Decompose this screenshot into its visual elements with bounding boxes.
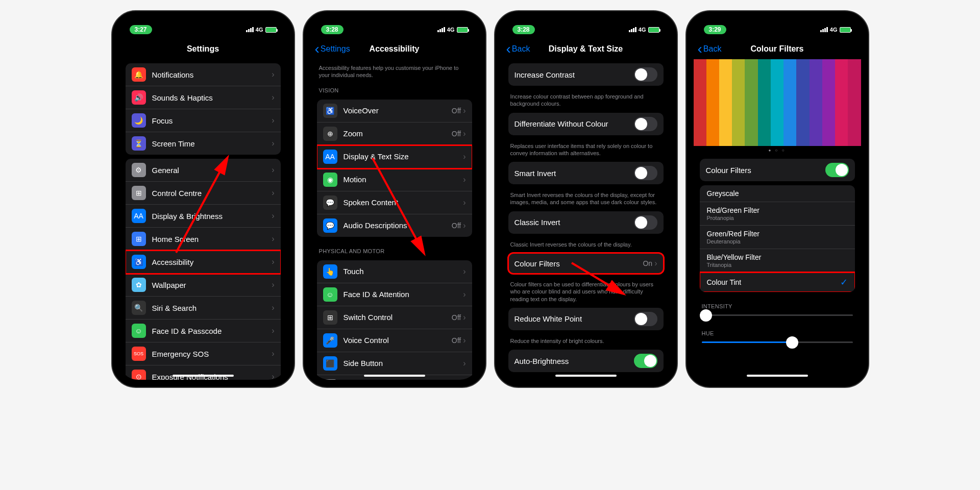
accessibility-row-spoken-content[interactable]: 💬Spoken Content› <box>317 191 472 214</box>
display-row-colour-filters[interactable]: Colour FiltersOn› <box>508 253 664 274</box>
pencil <box>783 59 796 146</box>
row-value: Off <box>452 107 461 115</box>
settings-row-wallpaper[interactable]: ✿Wallpaper› <box>126 274 281 297</box>
pencil <box>771 59 783 146</box>
colour-filters-toggle-row[interactable]: Colour Filters <box>700 159 855 181</box>
display-row-auto-brightness[interactable]: Auto-Brightness <box>508 350 664 372</box>
accessibility-row-motion[interactable]: ◉Motion› <box>317 168 472 191</box>
time-pill: 3:28 <box>321 25 344 34</box>
display-row-increase-contrast[interactable]: Increase Contrast <box>508 63 664 86</box>
accessibility-row-switch-control[interactable]: ⊞Switch ControlOff› <box>317 306 472 329</box>
row-icon: 🔍 <box>132 301 146 315</box>
row-label: Home Screen <box>152 235 272 243</box>
row-label: Sounds & Haptics <box>152 93 272 102</box>
row-description: Turning off auto-brightness may affect b… <box>502 376 670 380</box>
settings-row-general[interactable]: ⚙General› <box>126 159 281 182</box>
settings-row-sounds-haptics[interactable]: 🔊Sounds & Haptics› <box>126 86 281 109</box>
display-row-classic-invert[interactable]: Classic Invert <box>508 211 664 234</box>
accessibility-row-side-button[interactable]: ⬛Side Button› <box>317 352 472 375</box>
notch <box>165 11 241 24</box>
row-label: Audio Descriptions <box>344 221 452 230</box>
toggle-switch[interactable] <box>634 215 657 230</box>
row-label: Colour Filters <box>706 166 825 175</box>
back-button[interactable]: Settings <box>315 44 350 54</box>
slider-hue[interactable] <box>702 341 853 343</box>
phone-1-settings: 3:27 4G Settings 🔔Notifications›🔊Sounds … <box>111 10 295 388</box>
settings-row-focus[interactable]: 🌙Focus› <box>126 109 281 132</box>
row-label: General <box>152 166 272 175</box>
battery-icon <box>840 27 851 33</box>
network-label: 4G <box>447 27 455 33</box>
chevron-icon: › <box>463 313 465 322</box>
home-indicator[interactable] <box>364 375 425 377</box>
chevron-icon: › <box>463 290 465 299</box>
row-icon: 💬 <box>323 218 337 233</box>
back-button[interactable]: Back <box>506 44 530 54</box>
settings-row-display-brightness[interactable]: AADisplay & Brightness› <box>126 205 281 228</box>
page-title: Display & Text Size <box>549 44 623 54</box>
row-label: Auto-Brightness <box>514 357 634 365</box>
slider-thumb[interactable] <box>700 309 712 322</box>
row-label: Touch <box>344 267 463 276</box>
row-icon: ◉ <box>323 173 337 187</box>
settings-row-face-id-passcode[interactable]: ☺Face ID & Passcode› <box>126 320 281 342</box>
chevron-icon: › <box>272 234 274 243</box>
filter-red-green-filter[interactable]: Red/Green FilterProtanopia <box>700 202 855 226</box>
phone-4-colour-filters: 3:29 4G Back Colour Filters ● ○ ○Colour … <box>685 10 869 388</box>
notch <box>356 11 433 24</box>
display-row-smart-invert[interactable]: Smart Invert <box>508 162 664 184</box>
slider-thumb[interactable] <box>786 336 798 349</box>
settings-row-control-centre[interactable]: ⊞Control Centre› <box>126 182 281 205</box>
accessibility-row-face-id-attention[interactable]: ☺Face ID & Attention› <box>317 283 472 306</box>
settings-row-emergency-sos[interactable]: SOSEmergency SOS› <box>126 342 281 365</box>
settings-row-accessibility[interactable]: ♿Accessibility› <box>126 251 281 274</box>
section-header: VISION <box>311 80 478 95</box>
filter-blue-yellow-filter[interactable]: Blue/Yellow FilterTritanopia <box>700 249 855 273</box>
row-label: Switch Control <box>344 313 452 322</box>
row-icon: 🔔 <box>132 67 146 82</box>
toggle-switch[interactable] <box>825 163 849 177</box>
row-label: Zoom <box>344 129 452 138</box>
slider-intensity[interactable] <box>702 314 853 316</box>
chevron-icon: › <box>272 372 274 380</box>
toggle-switch[interactable] <box>634 354 657 368</box>
pencil <box>796 59 809 146</box>
pencil <box>835 59 848 146</box>
accessibility-row-touch[interactable]: 👆Touch› <box>317 260 472 283</box>
home-indicator[interactable] <box>173 375 234 377</box>
row-label: Differentiate Without Colour <box>514 119 634 128</box>
display-row-reduce-white-point[interactable]: Reduce White Point <box>508 308 664 330</box>
time-pill: 3:29 <box>704 25 726 34</box>
settings-row-home-screen[interactable]: ⊞Home Screen› <box>126 228 281 251</box>
filter-colour-tint[interactable]: Colour Tint✓ <box>700 273 855 292</box>
pencil <box>719 59 732 146</box>
settings-row-screen-time[interactable]: ⏳Screen Time› <box>126 132 281 155</box>
accessibility-row-audio-descriptions[interactable]: 💬Audio DescriptionsOff› <box>317 214 472 237</box>
accessibility-row-voiceover[interactable]: ♿VoiceOverOff› <box>317 100 472 122</box>
pencil-preview[interactable] <box>694 59 861 146</box>
phone-2-accessibility: 3:28 4G Settings Accessibility Accessibi… <box>303 10 486 388</box>
pencil <box>810 59 822 146</box>
row-label: Reduce White Point <box>514 314 634 323</box>
filter-green-red-filter[interactable]: Green/Red FilterDeuteranopia <box>700 226 855 249</box>
toggle-switch[interactable] <box>634 117 657 131</box>
row-icon: ☺ <box>323 287 337 302</box>
accessibility-row-voice-control[interactable]: 🎤Voice ControlOff› <box>317 329 472 352</box>
toggle-switch[interactable] <box>634 166 657 180</box>
page-dots[interactable]: ● ○ ○ <box>694 146 861 155</box>
row-label: Increase Contrast <box>514 70 634 79</box>
filter-greyscale[interactable]: Greyscale <box>700 185 855 202</box>
settings-row-notifications[interactable]: 🔔Notifications› <box>126 63 281 86</box>
back-button[interactable]: Back <box>698 44 722 54</box>
settings-row-siri-search[interactable]: 🔍Siri & Search› <box>126 297 281 320</box>
toggle-switch[interactable] <box>634 312 657 326</box>
toggle-switch[interactable] <box>634 67 657 82</box>
row-label: Screen Time <box>152 139 272 148</box>
home-indicator[interactable] <box>747 375 808 377</box>
display-row-differentiate-without-colour[interactable]: Differentiate Without Colour <box>508 113 664 135</box>
accessibility-row-zoom[interactable]: ⊕ZoomOff› <box>317 122 472 145</box>
accessibility-row-display-text-size[interactable]: AADisplay & Text Size› <box>317 145 472 168</box>
settings-row-exposure-notifications[interactable]: ⊙Exposure Notifications› <box>126 365 281 380</box>
chevron-icon: › <box>463 336 465 345</box>
home-indicator[interactable] <box>555 375 617 377</box>
